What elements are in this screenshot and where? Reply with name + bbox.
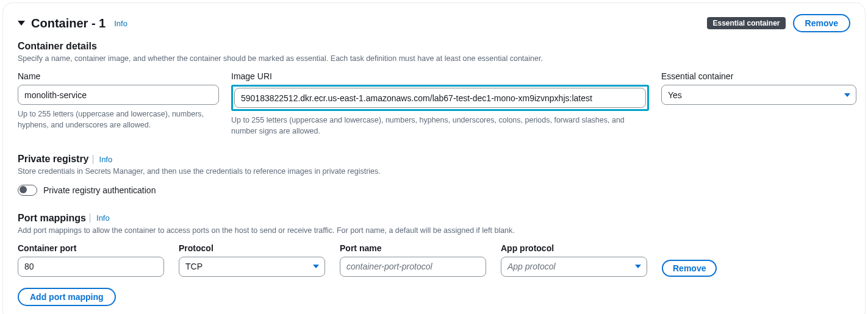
private-registry-section: Private registry Info Store credentials … [18,154,850,195]
port-remove-cell: Remove [662,260,850,277]
port-mappings-sub: Add port mappings to allow the container… [18,225,850,236]
collapse-caret-icon[interactable] [18,21,25,26]
port-mappings-header-row: Port mappings Info [18,213,850,224]
protocol-select-wrap: TCP [179,257,325,277]
port-mapping-row: Container port Protocol TCP Port name Ap… [18,243,850,277]
private-registry-toggle-label: Private registry authentication [43,185,156,195]
port-mappings-info-link[interactable]: Info [90,213,110,223]
protocol-label: Protocol [179,243,325,253]
container-header-right: Essential container Remove [707,14,850,32]
private-registry-sub: Store credentials in Secrets Manager, an… [18,166,850,177]
image-uri-field-group: Image URI Up to 255 letters (uppercase a… [231,71,649,137]
container-panel: Container - 1 Info Essential container R… [2,2,866,314]
app-protocol-select[interactable]: App protocol [501,257,647,277]
container-details-sub: Specify a name, container image, and whe… [18,53,850,64]
port-name-input[interactable] [340,257,486,277]
essential-badge: Essential container [707,17,785,29]
container-header: Container - 1 Info Essential container R… [18,14,850,32]
remove-port-mapping-button[interactable]: Remove [662,260,717,277]
toggle-knob-icon [20,186,27,193]
port-name-label: Port name [340,243,486,253]
essential-select-wrap: Yes [661,85,856,105]
container-port-label: Container port [18,243,164,253]
image-uri-helper: Up to 255 letters (uppercase and lowerca… [231,115,649,137]
private-registry-toggle-row: Private registry authentication [18,185,850,196]
protocol-group: Protocol TCP [179,243,325,277]
image-uri-highlight [231,85,649,111]
essential-field-group: Essential container Yes [661,71,856,105]
container-details-row: Name Up to 255 letters (uppercase and lo… [18,71,850,137]
port-mappings-section: Port mappings Info Add port mappings to … [18,213,850,306]
add-port-mapping-button[interactable]: Add port mapping [18,288,116,306]
app-protocol-select-wrap: App protocol [501,257,647,277]
container-header-left: Container - 1 Info [18,16,127,30]
port-mappings-heading: Port mappings [18,213,86,224]
image-uri-input[interactable] [234,88,646,108]
container-details-heading: Container details [18,41,850,52]
name-helper: Up to 255 letters (uppercase and lowerca… [18,109,219,130]
name-label: Name [18,71,219,81]
container-details-section: Container details Specify a name, contai… [18,41,850,137]
private-registry-heading: Private registry [18,154,89,165]
app-protocol-group: App protocol App protocol [501,243,647,277]
name-input[interactable] [18,85,219,105]
protocol-select[interactable]: TCP [179,257,325,277]
app-protocol-label: App protocol [501,243,647,253]
private-registry-header-row: Private registry Info [18,154,850,165]
container-port-input[interactable] [18,257,164,277]
remove-container-button[interactable]: Remove [793,14,850,32]
container-info-link[interactable]: Info [112,19,127,28]
name-field-group: Name Up to 255 letters (uppercase and lo… [18,71,219,130]
essential-label: Essential container [661,71,856,81]
container-title: Container - 1 [31,16,106,30]
port-name-group: Port name [340,243,486,277]
container-port-group: Container port [18,243,164,277]
private-registry-toggle[interactable] [18,185,37,196]
essential-select[interactable]: Yes [661,85,856,105]
private-registry-info-link[interactable]: Info [93,155,113,164]
image-uri-label: Image URI [231,71,649,81]
